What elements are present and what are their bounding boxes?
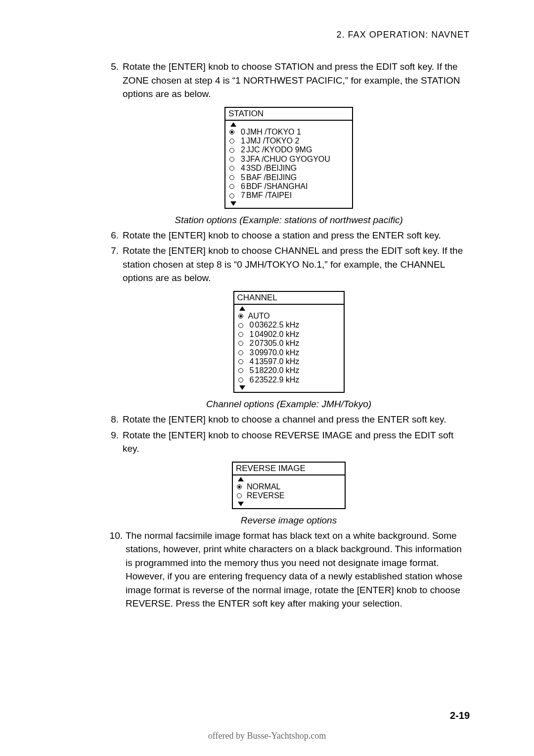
step-10: 10. The normal facsimile image format ha…	[108, 529, 470, 611]
radio-icon	[229, 148, 234, 153]
radio-icon	[229, 139, 234, 143]
station-title: STATION	[225, 108, 352, 121]
radio-icon	[229, 166, 234, 171]
step-text: Rotate the [ENTER] knob to choose a chan…	[123, 413, 470, 426]
channel-option: 6 23522.9 kHz	[238, 376, 340, 384]
radio-icon	[229, 193, 234, 198]
channel-option: 0 03622.5 kHz	[238, 321, 340, 330]
radio-icon	[238, 323, 243, 328]
radio-icon	[238, 314, 243, 319]
channel-option: 5 18220.0 kHz	[238, 366, 340, 375]
radio-icon	[238, 359, 243, 364]
step-text: Rotate the [ENTER] knob to choose STATIO…	[123, 60, 470, 101]
scroll-up-icon	[239, 306, 245, 311]
station-caption: Station options (Example: stations of no…	[108, 215, 470, 226]
station-box: STATION 0 JMH /TOKYO 1 1 JMJ /TOKYO 2 2 …	[224, 107, 353, 209]
step-number: 5.	[108, 60, 123, 101]
step-number: 6.	[108, 229, 123, 242]
station-body: 0 JMH /TOKYO 1 1 JMJ /TOKYO 2 2 JJC /KYO…	[225, 121, 352, 208]
channel-option: 2 07305.0 kHz	[238, 339, 340, 348]
station-option: 1 JMJ /TOKYO 2	[229, 137, 348, 145]
channel-body: AUTO 0 03622.5 kHz 1 04902.0 kHz 2 07305…	[234, 305, 344, 392]
radio-icon	[238, 341, 243, 346]
radio-icon	[238, 332, 243, 337]
scroll-down-icon	[238, 502, 244, 506]
radio-icon	[238, 378, 243, 382]
step-6: 6. Rotate the [ENTER] knob to choose a s…	[108, 229, 470, 242]
radio-icon	[237, 493, 242, 498]
channel-option: 3 09970.0 kHz	[238, 348, 340, 357]
scroll-down-icon	[230, 201, 236, 206]
radio-icon	[238, 368, 243, 373]
step-text: The normal facsimile image format has bl…	[126, 529, 470, 611]
page-header: 2. FAX OPERATION: NAVNET	[99, 30, 470, 40]
radio-icon	[229, 130, 234, 135]
channel-option: 4 13597.0 kHz	[238, 357, 340, 366]
radio-icon	[229, 157, 234, 162]
step-text: Rotate the [ENTER] knob to choose CHANNE…	[123, 244, 470, 285]
page-footer: offered by Busse-Yachtshop.com	[0, 731, 534, 741]
step-number: 9.	[108, 428, 123, 456]
reverse-option: NORMAL	[237, 482, 341, 491]
station-option: 2 JJC /KYODO 9MG	[229, 145, 348, 154]
page-number: 2-19	[450, 710, 470, 721]
radio-icon	[229, 175, 234, 180]
station-option: 7 BMF /TAIPEI	[229, 191, 348, 200]
step-9: 9. Rotate the [ENTER] knob to choose REV…	[108, 428, 470, 456]
radio-icon	[237, 484, 242, 489]
station-option: 4 3SD /BEIJING	[229, 164, 348, 173]
station-option: 5 BAF /BEIJING	[229, 173, 348, 182]
step-8: 8. Rotate the [ENTER] knob to choose a c…	[108, 413, 470, 426]
content-area: 5. Rotate the [ENTER] knob to choose STA…	[108, 60, 470, 611]
reverse-title: REVERSE IMAGE	[233, 463, 345, 475]
step-text: Rotate the [ENTER] knob to choose REVERS…	[123, 428, 470, 456]
station-option: 6 BDF /SHANGHAI	[229, 182, 348, 191]
channel-box: CHANNEL AUTO 0 03622.5 kHz 1 04902.0 kHz…	[233, 291, 345, 393]
step-number: 8.	[108, 413, 123, 426]
step-7: 7. Rotate the [ENTER] knob to choose CHA…	[108, 244, 470, 285]
reverse-caption: Reverse image options	[108, 515, 470, 526]
scroll-up-icon	[230, 122, 236, 127]
scroll-up-icon	[238, 477, 244, 481]
scroll-down-icon	[239, 385, 245, 390]
step-number: 7.	[108, 244, 123, 285]
channel-caption: Channel options (Example: JMH/Tokyo)	[108, 399, 470, 410]
reverse-body: NORMAL REVERSE	[233, 475, 345, 508]
step-text: Rotate the [ENTER] knob to choose a stat…	[123, 229, 470, 242]
reverse-option: REVERSE	[237, 491, 341, 500]
channel-option: AUTO	[238, 312, 340, 321]
channel-option: 1 04902.0 kHz	[238, 330, 340, 339]
channel-title: CHANNEL	[234, 292, 344, 305]
step-number: 10.	[108, 529, 126, 611]
radio-icon	[238, 350, 243, 355]
station-option: 3 JFA /CHUO GYOGYOU	[229, 155, 348, 164]
station-option: 0 JMH /TOKYO 1	[229, 128, 348, 137]
reverse-box: REVERSE IMAGE NORMAL REVERSE	[232, 462, 346, 509]
radio-icon	[229, 184, 234, 189]
step-5: 5. Rotate the [ENTER] knob to choose STA…	[108, 60, 470, 101]
